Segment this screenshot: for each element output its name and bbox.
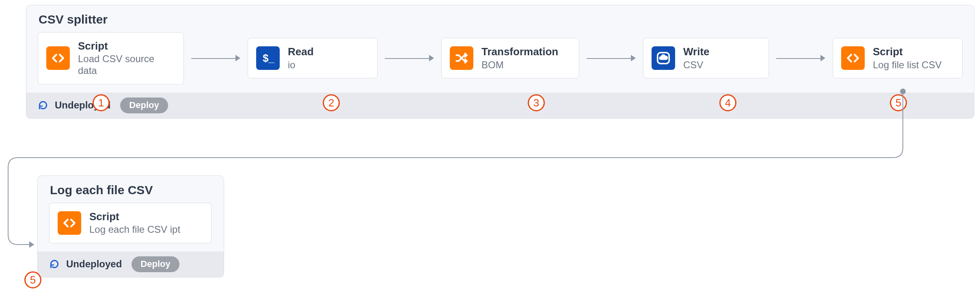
step-script-logfilelist[interactable]: Script Log file list CSV <box>833 38 963 78</box>
operation-title: CSV splitter <box>26 5 974 32</box>
dollar-terminal-icon: $_ <box>256 46 280 70</box>
step-title: Script <box>873 46 941 58</box>
callout-5: 5 <box>890 94 907 111</box>
arrow-icon <box>382 58 436 58</box>
step-subtitle: CSV <box>683 59 710 71</box>
step-subtitle: io <box>288 59 314 71</box>
step-title: Write <box>683 46 710 58</box>
arrow-icon <box>584 58 638 58</box>
arrow-icon <box>189 58 243 58</box>
callout-3: 3 <box>528 94 545 111</box>
cloud-icon <box>652 46 675 70</box>
code-brackets-icon <box>46 46 70 70</box>
operation-body: Script Log each file CSV ipt <box>38 203 224 251</box>
step-subtitle: Load CSV source data <box>78 53 172 77</box>
step-read-io[interactable]: $_ Read io <box>248 38 378 78</box>
callout-5b: 5 <box>24 271 41 288</box>
deploy-button[interactable]: Deploy <box>132 256 179 272</box>
arrow-icon <box>774 58 828 58</box>
deployment-status: Undeployed <box>66 258 122 270</box>
operation-log-each-file[interactable]: Log each file CSV Script Log each file C… <box>37 176 224 277</box>
svg-marker-2 <box>29 241 34 248</box>
step-write-csv[interactable]: Write CSV <box>643 38 769 78</box>
operation-body: Script Load CSV source data $_ Read io <box>26 32 974 93</box>
operation-title: Log each file CSV <box>38 176 224 203</box>
code-brackets-icon <box>841 46 865 70</box>
connector-start-dot <box>900 89 906 94</box>
svg-text:$_: $_ <box>263 52 274 64</box>
shuffle-arrows-icon <box>450 46 473 70</box>
callout-1: 1 <box>93 94 110 111</box>
undeployed-icon <box>49 259 60 269</box>
step-title: Script <box>89 210 180 223</box>
step-title: Script <box>78 40 172 52</box>
callout-2: 2 <box>323 94 340 111</box>
operation-csv-splitter[interactable]: CSV splitter Script Load CSV source data <box>26 5 974 119</box>
step-script-logeach[interactable]: Script Log each file CSV ipt <box>49 203 212 243</box>
operation-footer: Undeployed Deploy <box>38 251 224 277</box>
callout-4: 4 <box>719 94 736 111</box>
step-title: Read <box>288 46 314 58</box>
undeployed-icon <box>38 100 48 110</box>
deploy-button[interactable]: Deploy <box>120 98 168 113</box>
step-subtitle: Log file list CSV <box>873 59 941 71</box>
step-transformation-bom[interactable]: Transformation BOM <box>441 38 579 78</box>
operation-footer: Undeployed Deploy <box>26 93 974 118</box>
code-brackets-icon <box>58 211 81 235</box>
step-title: Transformation <box>481 46 558 58</box>
step-subtitle: Log each file CSV ipt <box>89 224 180 236</box>
step-subtitle: BOM <box>481 59 558 71</box>
step-script-load[interactable]: Script Load CSV source data <box>38 32 184 84</box>
